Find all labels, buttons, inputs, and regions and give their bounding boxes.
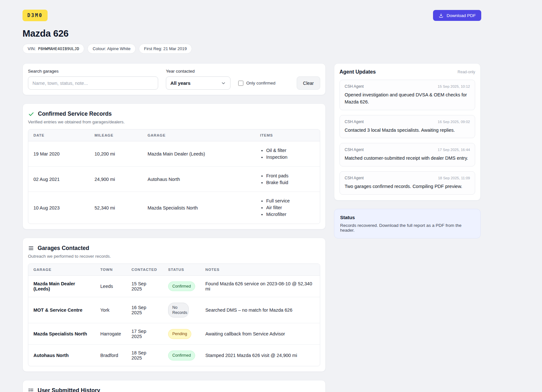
garages-contacted-subtitle: Outreach we performed to recover records… [28, 254, 320, 259]
cell-town: Bradford [95, 345, 126, 366]
update-timestamp: 18 Sep 2025, 11:09 [438, 176, 470, 180]
confirmed-records-title: Confirmed Service Records [38, 111, 112, 117]
col-garage: GARAGE [28, 264, 95, 276]
status-badge: Confirmed [168, 281, 195, 291]
col-notes: NOTES [200, 264, 320, 276]
update-timestamp: 15 Sep 2025, 10:12 [438, 85, 470, 88]
cell-status: Pending [163, 323, 200, 345]
cell-mileage: 10,200 mi [89, 141, 142, 167]
agent-name: CSH Agent [345, 147, 364, 152]
agent-updates-title: Agent Updates [339, 69, 376, 75]
vehicle-chips: VIN: P8HWMAHE4OIB9ULJD Colour: Alpine Wh… [23, 44, 481, 54]
cell-garage: Autohaus North [28, 345, 95, 366]
cell-garage: MOT & Service Centre [28, 297, 95, 324]
demo-badge: D3M0 [23, 10, 48, 21]
year-select-value: All years [170, 80, 191, 86]
read-only-badge: Read-only [457, 70, 475, 74]
first-reg-chip: First Reg: 21 Mar 2019 [139, 44, 192, 54]
col-town: TOWN [95, 264, 126, 276]
download-pdf-label: Download PDF [447, 13, 476, 18]
table-row: Mazda Main Dealer (Leeds) Leeds 15 Sep 2… [28, 276, 320, 297]
cell-town: Harrogate [95, 323, 126, 345]
status-badge: Confirmed [168, 351, 195, 360]
status-card: Status Records recovered. Download the f… [334, 209, 481, 238]
service-item: Full service [266, 198, 315, 204]
cell-status: Confirmed [163, 276, 200, 297]
service-item: Brake fluid [266, 180, 315, 186]
table-header-row: DATE MILEAGE GARAGE ITEMS [28, 129, 320, 141]
cell-garage: Mazda Main Dealer (Leeds) [28, 276, 95, 297]
confirmed-records-card: Confirmed Service Records Verified entri… [23, 103, 326, 229]
table-row: 19 Mar 2020 10,200 mi Mazda Main Dealer … [28, 141, 320, 167]
confirmed-records-table: DATE MILEAGE GARAGE ITEMS 19 Mar 2020 10… [28, 129, 320, 224]
cell-garage: Mazda Specialists North [28, 323, 95, 345]
agent-updates-card: Agent Updates Read-only CSH Agent 15 Sep… [334, 63, 481, 200]
agent-update-item: CSH Agent 17 Sep 2025, 16:44 Matched cus… [339, 143, 475, 166]
table-row: Mazda Specialists North Harrogate 17 Sep… [28, 323, 320, 345]
year-field: Year contacted All years [166, 69, 230, 90]
vin-value: P8HWMAHE4OIB9ULJD [38, 46, 79, 51]
agent-name: CSH Agent [345, 84, 364, 89]
cell-mileage: 52,340 mi [89, 192, 142, 224]
garages-contacted-table: GARAGE TOWN CONTACTED STATUS NOTES Mazda… [28, 263, 320, 367]
cell-contacted: 16 Sep 2025 [126, 297, 163, 324]
cell-date: 10 Aug 2023 [28, 192, 89, 224]
agent-name: CSH Agent [345, 176, 364, 180]
status-title: Status [340, 215, 474, 220]
page-title: Mazda 626 [23, 28, 481, 39]
cell-notes: Found Mazda 626 service on 2023-08-10 @ … [200, 276, 320, 297]
table-row: MOT & Service Centre York 16 Sep 2025 No… [28, 297, 320, 324]
search-input[interactable] [28, 76, 158, 90]
update-text: Matched customer-submitted receipt with … [345, 155, 470, 162]
col-garage: GARAGE [142, 129, 255, 141]
cell-contacted: 15 Sep 2025 [126, 276, 163, 297]
chevron-down-icon [221, 81, 226, 86]
year-select[interactable]: All years [166, 76, 230, 90]
clear-filters-button[interactable]: Clear [297, 76, 320, 90]
cell-status: No Records [163, 297, 200, 324]
search-label: Search garages [28, 69, 158, 74]
cell-notes: Awaiting callback from Service Advisor [200, 323, 320, 345]
service-item: Front pads [266, 173, 315, 179]
only-confirmed-checkbox[interactable] [238, 81, 243, 86]
download-pdf-button[interactable]: Download PDF [433, 10, 481, 21]
confirmed-records-subtitle: Verified entries we obtained from garage… [28, 120, 320, 124]
cell-contacted: 17 Sep 2025 [126, 323, 163, 345]
service-item: Oil & filter [266, 147, 315, 154]
cell-notes: Stamped 2021 Mazda 626 visit @ 24,900 mi [200, 345, 320, 366]
garages-contacted-card: Garages Contacted Outreach we performed … [23, 238, 326, 372]
cell-contacted: 18 Sep 2025 [126, 345, 163, 366]
cell-town: York [95, 297, 126, 324]
table-header-row: GARAGE TOWN CONTACTED STATUS NOTES [28, 264, 320, 276]
cell-garage: Autohaus North [142, 167, 255, 192]
vin-label: VIN: [28, 46, 36, 51]
col-mileage: MILEAGE [89, 129, 142, 141]
only-confirmed-toggle[interactable]: Only confirmed [238, 76, 276, 90]
table-row: 10 Aug 2023 52,340 mi Mazda Specialists … [28, 192, 320, 224]
agent-name: CSH Agent [345, 120, 364, 124]
colour-chip: Colour: Alpine White [87, 44, 136, 54]
update-timestamp: 17 Sep 2025, 16:44 [438, 148, 470, 152]
page: D3M0 Download PDF Mazda 626 VIN: P8HWMAH… [23, 0, 481, 392]
download-icon [438, 13, 444, 18]
status-badge: Pending [168, 329, 191, 339]
table-row: Autohaus North Bradford 18 Sep 2025 Conf… [28, 345, 320, 366]
cell-items: Oil & filter Inspection [255, 141, 320, 167]
cell-garage: Mazda Main Dealer (Leeds) [142, 141, 255, 167]
update-timestamp: 16 Sep 2025, 09:02 [438, 120, 470, 124]
table-row: 02 Aug 2021 24,900 mi Autohaus North Fro… [28, 167, 320, 192]
check-icon [28, 111, 34, 117]
cell-items: Front pads Brake fluid [255, 167, 320, 192]
update-text: Opened investigation and queued DVSA & O… [345, 92, 470, 106]
search-field: Search garages [28, 69, 158, 90]
agent-update-item: CSH Agent 18 Sep 2025, 11:09 Two garages… [339, 171, 475, 195]
page-header: D3M0 Download PDF [23, 10, 481, 21]
agent-update-item: CSH Agent 16 Sep 2025, 09:02 Contacted 3… [339, 115, 475, 138]
menu-icon [28, 245, 34, 251]
col-items: ITEMS [255, 129, 320, 141]
cell-notes: Searched DMS – no match for Mazda 626 [200, 297, 320, 324]
service-item: Inspection [266, 154, 315, 160]
update-text: Two garages confirmed records. Compiling… [345, 183, 470, 190]
year-label: Year contacted [166, 69, 230, 74]
user-history-title: User Submitted History [38, 387, 100, 392]
